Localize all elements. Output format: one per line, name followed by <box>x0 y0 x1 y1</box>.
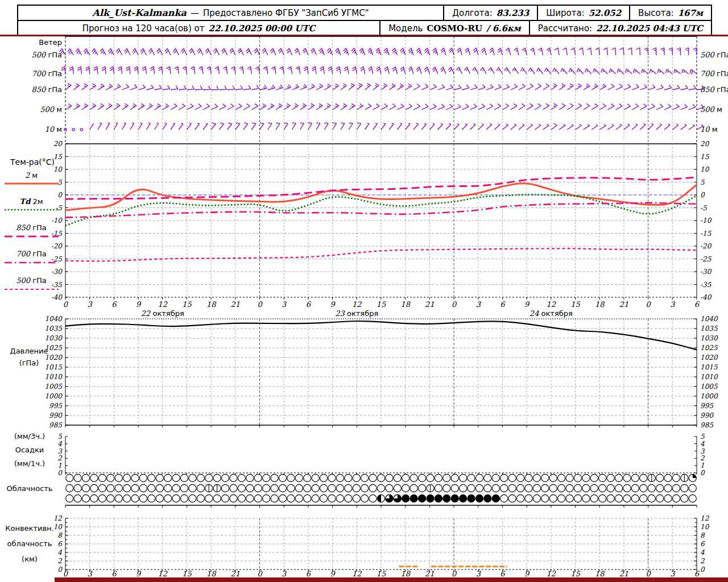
svg-text:18: 18 <box>206 569 217 578</box>
svg-text:6: 6 <box>694 569 700 578</box>
svg-text:-25: -25 <box>51 255 63 263</box>
svg-text:2: 2 <box>57 557 63 565</box>
svg-text:15: 15 <box>377 300 386 309</box>
svg-text:Конвективн.: Конвективн. <box>5 524 54 533</box>
svg-text:Осадки: Осадки <box>15 446 44 454</box>
svg-text:850 гПа: 850 гПа <box>700 85 728 94</box>
svg-text:облачность: облачность <box>7 539 52 548</box>
svg-text:20: 20 <box>53 140 63 148</box>
svg-text:18: 18 <box>400 569 411 578</box>
svg-text:21: 21 <box>231 300 241 309</box>
cloud-panel: Облачность <box>6 474 697 508</box>
precip-panel: 554433221100(мм/3ч.)Осадки(мм/1ч.) <box>14 432 705 477</box>
svg-text:500 гПа: 500 гПа <box>16 276 47 285</box>
svg-text:12: 12 <box>158 300 167 309</box>
svg-text:500 м: 500 м <box>40 105 62 114</box>
svg-text:1035: 1035 <box>700 325 718 332</box>
svg-text:0: 0 <box>57 566 63 573</box>
svg-text:985: 985 <box>49 421 63 429</box>
svg-text:12: 12 <box>352 300 362 309</box>
svg-text:1000: 1000 <box>700 392 718 400</box>
svg-text:Облачность: Облачность <box>6 484 52 493</box>
svg-text:0: 0 <box>700 566 705 573</box>
svg-text:6: 6 <box>500 300 506 309</box>
svg-text:0: 0 <box>452 300 457 309</box>
svg-text:12: 12 <box>53 514 63 522</box>
svg-text:0: 0 <box>646 300 651 309</box>
svg-text:700 гПа: 700 гПа <box>16 250 47 258</box>
svg-text:5: 5 <box>700 178 705 186</box>
svg-text:-20: -20 <box>51 242 63 250</box>
svg-text:1000: 1000 <box>44 392 63 400</box>
svg-text:10: 10 <box>53 165 63 173</box>
svg-text:3: 3 <box>476 569 482 578</box>
svg-text:0: 0 <box>63 569 69 578</box>
svg-text:1020: 1020 <box>700 354 718 361</box>
svg-text:850 гПа: 850 гПа <box>31 85 62 94</box>
svg-text:6: 6 <box>700 540 705 548</box>
wind-barbs <box>60 48 704 131</box>
svg-text:(мм/1ч.): (мм/1ч.) <box>14 459 45 468</box>
svg-text:20: 20 <box>700 140 710 148</box>
svg-text:Td 2м: Td 2м <box>20 197 43 206</box>
svg-text:9: 9 <box>330 300 336 309</box>
svg-text:9: 9 <box>524 569 530 578</box>
svg-text:995: 995 <box>49 402 63 410</box>
svg-text:-5: -5 <box>55 204 63 212</box>
svg-text:0: 0 <box>700 469 705 477</box>
svg-text:-5: -5 <box>700 204 708 212</box>
svg-text:10: 10 <box>700 165 710 173</box>
svg-text:1035: 1035 <box>44 325 63 332</box>
svg-text:1025: 1025 <box>700 344 718 352</box>
date-axis: 22 октября23 октября24 октября <box>141 309 573 318</box>
svg-text:6: 6 <box>694 300 700 309</box>
svg-text:8: 8 <box>57 531 63 539</box>
svg-text:-40: -40 <box>700 293 712 301</box>
pressure-panel: 1040104010351035103010301025102510201020… <box>10 315 718 429</box>
svg-text:12: 12 <box>352 569 362 578</box>
svg-text:9: 9 <box>524 300 530 309</box>
svg-text:21: 21 <box>425 569 435 578</box>
svg-text:-20: -20 <box>700 242 712 250</box>
bottom-accent-bar <box>55 577 728 582</box>
svg-text:0: 0 <box>63 300 69 309</box>
svg-text:995: 995 <box>700 402 714 410</box>
svg-text:-35: -35 <box>51 281 63 289</box>
pressure-curve <box>65 321 697 350</box>
svg-text:18: 18 <box>595 569 605 578</box>
svg-text:990: 990 <box>700 411 714 419</box>
svg-text:24 октября: 24 октября <box>530 309 573 318</box>
svg-text:6: 6 <box>111 300 117 309</box>
bottom-hour-axis: 036912151821036912151821036912151821036 <box>63 569 700 578</box>
svg-text:12: 12 <box>158 569 167 578</box>
svg-text:3: 3 <box>88 300 93 309</box>
svg-text:15: 15 <box>182 569 192 578</box>
svg-text:1015: 1015 <box>44 363 63 371</box>
svg-text:1040: 1040 <box>700 315 718 323</box>
svg-text:(км): (км) <box>22 555 38 563</box>
svg-text:0: 0 <box>57 469 63 477</box>
svg-text:3: 3 <box>670 569 676 578</box>
temp-series-4 <box>65 248 697 261</box>
svg-text:9: 9 <box>136 300 142 309</box>
svg-text:3: 3 <box>88 569 93 578</box>
hour-axis: 036912151821036912151821036912151821036 <box>63 300 700 309</box>
svg-text:6: 6 <box>306 300 312 309</box>
svg-text:21: 21 <box>425 300 435 309</box>
svg-text:3: 3 <box>476 300 482 309</box>
svg-text:(мм/3ч.): (мм/3ч.) <box>14 432 45 440</box>
svg-text:850 гПа: 850 гПа <box>16 223 47 232</box>
meteogram-plot: Ветер500 гПа500 гПа700 гПа700 гПа850 гПа… <box>0 0 728 582</box>
svg-text:15: 15 <box>700 153 710 161</box>
svg-text:9: 9 <box>330 569 336 578</box>
svg-text:6: 6 <box>111 569 117 578</box>
svg-text:0: 0 <box>700 191 705 199</box>
temperature-panel: 2020151510105500-5-5-10-10-15-15-20-20-2… <box>51 140 712 301</box>
svg-text:(гПа): (гПа) <box>19 359 39 367</box>
svg-text:6: 6 <box>57 540 63 548</box>
svg-text:1030: 1030 <box>700 334 718 342</box>
svg-text:-40: -40 <box>51 293 63 301</box>
svg-text:6: 6 <box>500 569 506 578</box>
svg-text:23 октября: 23 октября <box>335 309 378 318</box>
svg-text:6: 6 <box>306 569 312 578</box>
